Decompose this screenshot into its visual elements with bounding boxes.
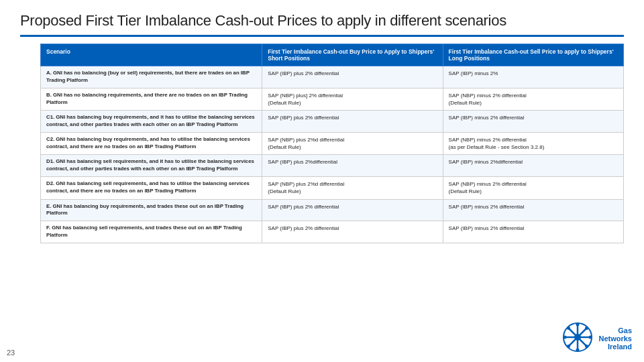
buy-price-cell: SAP (IBP) plus 2% differential <box>262 199 443 221</box>
svg-point-6 <box>576 323 580 326</box>
content-area: Scenario First Tier Imbalance Cash-out B… <box>0 44 644 243</box>
logo-icon <box>562 322 593 355</box>
svg-point-12 <box>585 326 588 330</box>
svg-point-5 <box>574 334 581 341</box>
logo-gas: Gas <box>598 326 632 335</box>
divider-line <box>20 35 624 37</box>
buy-price-cell: SAP (IBP) plus 2%differential <box>262 155 443 177</box>
table-row: F. GNI has balancing sell requirements, … <box>41 221 624 243</box>
svg-point-13 <box>567 345 570 348</box>
scenarios-table: Scenario First Tier Imbalance Cash-out B… <box>40 44 624 243</box>
svg-point-7 <box>576 349 580 352</box>
logo-networks: Networks <box>598 335 632 343</box>
scenario-cell: E. GNI has balancing buy requirements, a… <box>41 199 262 221</box>
sell-price-cell: SAP (NBP) minus 2% differential (Default… <box>443 177 623 199</box>
col-header-buy: First Tier Imbalance Cash-out Buy Price … <box>262 44 443 66</box>
page-title: Proposed First Tier Imbalance Cash-out P… <box>0 0 644 35</box>
sell-price-cell: SAP (NBP) minus 2% differential (as per … <box>443 133 623 155</box>
svg-point-11 <box>585 345 588 348</box>
table-row: C2. GNI has balancing buy requirements, … <box>41 133 624 155</box>
table-row: D1. GNI has balancing sell requirements,… <box>41 155 624 177</box>
col-header-scenario: Scenario <box>41 44 262 66</box>
sell-price-cell: SAP (NBP) minus 2% differential (Default… <box>443 88 623 110</box>
scenario-cell: D1. GNI has balancing sell requirements,… <box>41 155 262 177</box>
scenario-cell: F. GNI has balancing sell requirements, … <box>41 221 262 243</box>
col-header-sell: First Tier Imbalance Cash-out Sell Price… <box>443 44 623 66</box>
buy-price-cell: SAP (NBP) plus 2%d differential (Default… <box>262 133 443 155</box>
scenario-cell: D2. GNI has balancing sell requirements,… <box>41 177 262 199</box>
table-row: A. GNI has no balancing (buy or sell) re… <box>41 66 624 88</box>
svg-point-10 <box>567 326 570 330</box>
sell-price-cell: SAP (IBP) minus 2% differential <box>443 221 623 243</box>
table-row: B. GNI has no balancing requirements, an… <box>41 88 624 110</box>
table-row: C1. GNI has balancing buy requirements, … <box>41 111 624 133</box>
table-row: D2. GNI has balancing sell requirements,… <box>41 177 624 199</box>
scenario-cell: C1. GNI has balancing buy requirements, … <box>41 111 262 133</box>
scenario-cell: B. GNI has no balancing requirements, an… <box>41 88 262 110</box>
logo-ireland: Ireland <box>598 343 632 351</box>
buy-price-cell: SAP (NBP) plus] 2% differential (Default… <box>262 88 443 110</box>
buy-price-cell: SAP (IBP) plus 2% differential <box>262 66 443 88</box>
sell-price-cell: SAP (IBP) minus 2%differential <box>443 155 623 177</box>
logo-text: Gas Networks Ireland <box>598 326 632 351</box>
sell-price-cell: SAP (IBP) minus 2% differential <box>443 111 623 133</box>
sell-price-cell: SAP (IBP) minus 2% <box>443 66 623 88</box>
page-number: 23 <box>7 349 15 357</box>
scenario-cell: C2. GNI has balancing buy requirements, … <box>41 133 262 155</box>
sell-price-cell: SAP (IBP) minus 2% differential <box>443 199 623 221</box>
svg-point-8 <box>564 336 567 339</box>
buy-price-cell: SAP (NBP) plus 2%d differential (Default… <box>262 177 443 199</box>
svg-point-9 <box>589 336 592 339</box>
table-row: E. GNI has balancing buy requirements, a… <box>41 199 624 221</box>
buy-price-cell: SAP (IBP) plus 2% differential <box>262 111 443 133</box>
scenario-cell: A. GNI has no balancing (buy or sell) re… <box>41 66 262 88</box>
buy-price-cell: SAP (IBP) plus 2% differential <box>262 221 443 243</box>
